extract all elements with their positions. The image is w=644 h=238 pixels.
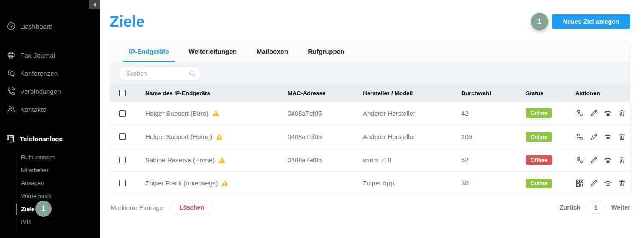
warning-icon [218,156,226,164]
phone-config-button[interactable] [604,179,612,188]
table-footer: Markierte Einträge Löschen Zurück 1 Weit… [110,195,630,214]
status-badge: Offline [526,155,552,165]
user-gear-icon [575,156,584,164]
qr-code-icon [575,179,584,188]
collapse-left-icon [92,1,97,9]
delete-marked-button[interactable]: Löschen [170,201,214,214]
column-header-actions: Aktionen [575,90,630,96]
pencil-icon [589,179,598,188]
extension: 205 [461,133,526,140]
row-checkbox[interactable] [119,110,126,117]
sidebar-item-ansagen[interactable]: Ansagen [21,177,100,190]
sidebar: Dashboard Fax-Journal Konferenzen Verbin… [0,0,100,238]
edit-button[interactable] [589,109,598,117]
tab-mailboxen[interactable]: Mailboxen [251,40,294,62]
new-target-button[interactable]: Neues Ziel anlegen [552,14,630,29]
trash-icon [618,109,626,117]
mac-address: 0408a7ef05 [288,156,363,164]
targets-card: IP-Endgeräte Weiterleitungen Mailboxen R… [110,40,630,195]
header-actions: 1 Neues Ziel anlegen [531,13,630,30]
step-badge-header: 1 [531,13,548,30]
table-row: Zoiper Frank (unterwegs) Zoiper App 30 O… [110,171,630,195]
tab-rufgruppen[interactable]: Rufgruppen [302,40,350,62]
sidebar-item-fax-journal[interactable]: Fax-Journal [6,49,100,61]
pencil-icon [589,133,598,141]
sidebar-sublist: Rufnummern Mitarbeiter Ansagen Wartemusi… [16,150,100,231]
delete-row-button[interactable] [618,156,626,164]
device-name: Zoiper Frank (unterwegs) [145,179,218,187]
sidebar-nav: Dashboard Fax-Journal Konferenzen Verbin… [0,0,100,231]
pagination-next[interactable]: Weiter [611,204,630,211]
sidebar-item-wartemusik[interactable]: Wartemusik [21,190,100,203]
sidebar-item-rufnummern[interactable]: Rufnummern [21,151,100,164]
manufacturer-model: Anderer Hersteller [363,133,461,140]
device-name: Holger Support (Büro) [145,110,209,117]
people-icon [6,105,16,114]
row-checkbox[interactable] [119,133,126,140]
mac-address: 0408a7ef05 [288,110,363,117]
sidebar-item-verbindungen[interactable]: Verbindungen [6,85,100,97]
provision-button[interactable] [575,109,584,117]
provision-button[interactable] [575,133,584,141]
pagination: Zurück 1 Weiter [560,201,630,214]
pagination-back[interactable]: Zurück [560,204,580,211]
table-row: Sabine Reserve (Home) 0408a7ef05 snom 71… [110,148,630,171]
footer-left: Markierte Einträge Löschen [110,201,214,214]
sidebar-collapse-button[interactable] [89,0,100,9]
main-content: Ziele 1 Neues Ziel anlegen IP-Endgeräte … [100,0,644,238]
status-badge: Online [526,179,552,188]
extension: 30 [461,179,526,187]
sidebar-item-dashboard[interactable]: Dashboard [6,20,100,32]
sidebar-group-telefonanlage[interactable]: Telefonanlage [6,132,100,145]
phone-config-button[interactable] [604,109,612,117]
delete-row-button[interactable] [618,133,626,141]
trash-icon [618,156,626,164]
device-name: Sabine Reserve (Home) [145,156,215,164]
column-header-mac: MAC-Adresse [288,90,363,96]
trash-icon [618,179,626,188]
sidebar-item-ziele[interactable]: Ziele 1 [21,203,100,216]
tab-ip-endgeraete[interactable]: IP-Endgeräte [123,40,175,62]
qr-code-button[interactable] [575,179,584,188]
select-all-checkbox[interactable] [119,90,126,96]
tab-bar: IP-Endgeräte Weiterleitungen Mailboxen R… [110,40,630,62]
sidebar-item-konferenzen[interactable]: Konferenzen [6,67,100,79]
sidebar-item-kontakte[interactable]: Kontakte [6,103,100,115]
phone-handset-icon [6,87,16,96]
sidebar-item-ivr[interactable]: IVR [21,216,100,229]
delete-row-button[interactable] [618,109,626,117]
warning-icon [221,179,229,187]
phone-config-button[interactable] [604,133,612,141]
sidebar-item-mitarbeiter[interactable]: Mitarbeiter [21,164,100,177]
row-checkbox[interactable] [119,180,126,186]
app-window: Dashboard Fax-Journal Konferenzen Verbin… [0,0,644,238]
user-gear-icon [575,109,584,117]
chat-bubbles-icon [6,68,16,78]
row-checkbox[interactable] [119,157,126,163]
search-row [110,62,630,85]
search-box [119,67,201,80]
warning-icon [212,109,220,117]
search-icon [188,70,196,77]
manufacturer-model: Anderer Hersteller [363,110,461,117]
gauge-icon [6,22,16,31]
sidebar-group-label: Telefonanlage [20,135,63,142]
table-row: Holger Support (Home) 0408a7ef05 Anderer… [110,125,630,148]
fax-phone-icon [604,133,612,141]
delete-row-button[interactable] [618,179,626,188]
extension: 52 [461,156,526,164]
pagination-current-page[interactable]: 1 [586,201,606,214]
sidebar-item-label: Verbindungen [20,88,61,95]
tab-weiterleitungen[interactable]: Weiterleitungen [183,40,243,62]
fax-phone-icon [604,156,612,164]
step-badge-sidebar: 1 [35,201,52,217]
column-header-extension: Durchwahl [461,90,526,96]
table-body: Holger Support (Büro) 0408a7ef05 Anderer… [110,102,630,195]
edit-button[interactable] [589,156,598,164]
mac-address: 0408a7ef05 [288,133,363,140]
provision-button[interactable] [575,156,584,164]
edit-button[interactable] [589,133,598,141]
edit-button[interactable] [589,179,598,188]
page-title: Ziele [110,13,144,30]
phone-config-button[interactable] [604,156,612,164]
